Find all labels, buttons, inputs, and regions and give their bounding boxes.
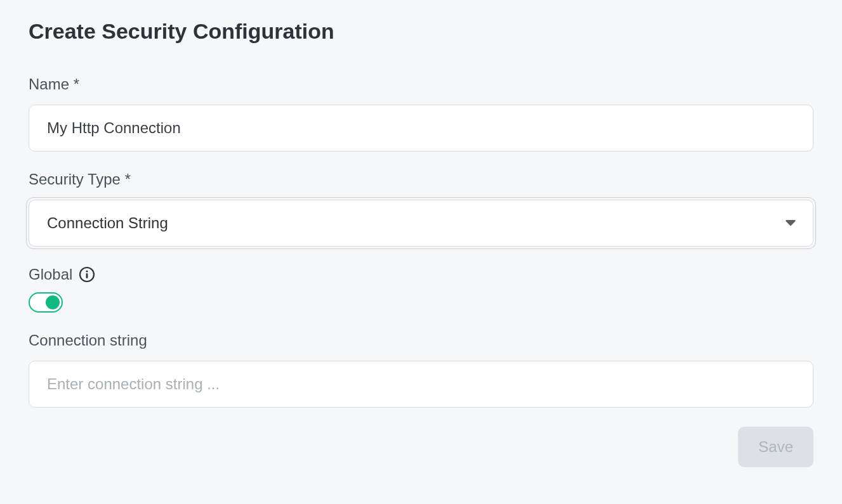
security-type-label: Security Type * — [29, 171, 813, 188]
save-button[interactable]: Save — [738, 427, 813, 467]
global-toggle[interactable] — [29, 292, 63, 313]
connection-string-field-group: Connection string — [29, 332, 813, 408]
svg-point-1 — [86, 270, 88, 272]
global-field-group: Global — [29, 266, 813, 313]
security-type-select[interactable]: Connection String — [29, 200, 813, 247]
connection-string-input[interactable] — [29, 361, 813, 408]
connection-string-label: Connection string — [29, 332, 813, 349]
global-label: Global — [29, 266, 72, 283]
security-type-select-wrapper: Connection String — [29, 200, 813, 247]
name-label: Name * — [29, 75, 813, 93]
name-input[interactable] — [29, 105, 813, 152]
page-title: Create Security Configuration — [29, 19, 813, 44]
button-row: Save — [29, 427, 813, 467]
security-type-field-group: Security Type * Connection String — [29, 171, 813, 247]
name-field-group: Name * — [29, 75, 813, 152]
svg-rect-2 — [86, 273, 88, 278]
info-icon[interactable] — [79, 266, 95, 283]
toggle-knob — [46, 295, 60, 309]
